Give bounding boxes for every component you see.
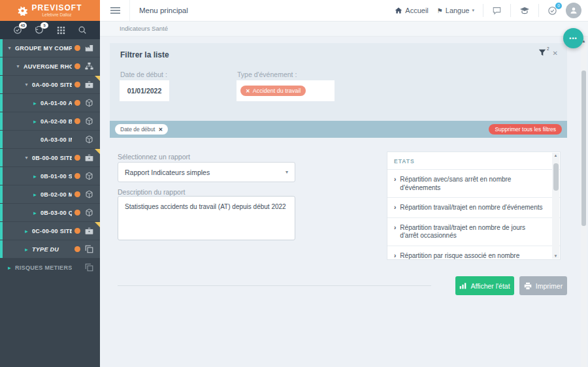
- scroll-up-icon[interactable]: ▲: [554, 153, 558, 158]
- logo: PREVISOFT Lefebvre Dalloz: [0, 0, 100, 21]
- tree-item-label: 0B-02-00 MA: [41, 191, 72, 198]
- main-content: Filtrer la liste 2 ✕ Date de début : Typ…: [100, 37, 588, 367]
- tree-item-label: 0B-01-00 SIT: [41, 173, 72, 180]
- scrollbar-thumb[interactable]: [581, 71, 586, 226]
- active-indicator: [0, 204, 3, 221]
- report-desc-textarea[interactable]: Statistiques accidents du travail (AT) d…: [118, 196, 295, 240]
- etat-item-label: Répartition par risque associé en nombre…: [400, 252, 543, 261]
- language-label: Langue: [446, 7, 470, 14]
- tree-item[interactable]: ▸ 0A-02-00 BU: [0, 112, 100, 131]
- hamburger-menu-icon[interactable]: [110, 7, 120, 14]
- close-icon[interactable]: ✕: [553, 50, 558, 57]
- tree-item-label: GROUPE MY COMPAI: [15, 45, 72, 52]
- history-badge: 5: [41, 22, 48, 29]
- tree-item[interactable]: ▾ GROUPE MY COMPAI: [0, 39, 100, 57]
- filter-chip[interactable]: Date de début ✕: [115, 124, 168, 135]
- filter-icon[interactable]: 2: [538, 49, 546, 57]
- tree-chevron-icon[interactable]: ▸: [31, 118, 39, 125]
- event-type-input[interactable]: ✕ Accident du travail: [237, 80, 335, 101]
- tree-chevron-icon[interactable]: ▾: [14, 63, 22, 69]
- tree-item[interactable]: ▸ 0A-01-00 ATI: [0, 94, 100, 112]
- chevron-right-icon: ›: [394, 252, 396, 261]
- history-icon[interactable]: 5: [35, 25, 44, 35]
- tree-chevron-icon[interactable]: ▾: [5, 45, 14, 51]
- etat-item[interactable]: › Répartition travail/trajet en nombre d…: [387, 198, 560, 218]
- tree-item[interactable]: ▸ TYPE DU: [0, 240, 100, 259]
- print-button[interactable]: Imprimer: [519, 276, 567, 295]
- more-icon: •••: [569, 35, 577, 42]
- active-indicator: [0, 185, 3, 203]
- tasks-check-icon[interactable]: 43: [13, 25, 22, 35]
- etat-item-label: Répartition travail/trajet en nombre de …: [400, 224, 543, 240]
- clear-all-filters-button[interactable]: Supprimer tous les filtres: [489, 124, 562, 135]
- tree-chevron-icon[interactable]: ▸: [22, 246, 31, 253]
- tree-item[interactable]: ▸ RISQUES METIERS TR: [0, 259, 100, 277]
- tree-item-label: 0B-03-00 QU: [41, 210, 72, 216]
- sidebar-iconbar: 43 5: [0, 21, 100, 39]
- etat-item[interactable]: › Répartition travail/trajet en nombre d…: [387, 218, 560, 246]
- user-avatar[interactable]: [566, 3, 581, 18]
- validations-icon[interactable]: 0: [547, 6, 557, 16]
- chevron-down-icon: ▾: [286, 169, 288, 175]
- tree-chevron-icon[interactable]: ▸: [31, 210, 39, 216]
- scrollbar-thumb[interactable]: [553, 163, 559, 191]
- status-dot: [74, 45, 80, 51]
- divider: [510, 4, 511, 17]
- active-indicator: [0, 39, 3, 57]
- report-select[interactable]: Rapport Indicateurs simples ▾: [118, 162, 295, 182]
- tree-chevron-icon[interactable]: ▸: [22, 228, 31, 234]
- tree-chevron-icon[interactable]: ▾: [22, 82, 31, 88]
- etat-item[interactable]: › Répartition avec/sans arrêt en nombre …: [387, 170, 560, 198]
- report-desc-value: Statistiques accidents du travail (AT) d…: [125, 203, 286, 210]
- tree-chevron-icon[interactable]: ▸: [5, 264, 14, 271]
- home-link[interactable]: Accueil: [395, 7, 428, 14]
- copy-icon: [85, 245, 94, 253]
- tree-chevron-icon[interactable]: ▸: [31, 100, 39, 106]
- start-date-input[interactable]: 01/01/2022: [120, 80, 169, 101]
- tree-item[interactable]: ▸ 0B-01-00 SIT: [0, 167, 100, 185]
- tree-chevron-icon[interactable]: ▾: [22, 155, 31, 161]
- more-actions-fab[interactable]: •••: [563, 28, 583, 48]
- report-desc-label: Description du rapport: [118, 188, 185, 196]
- tree-item-label: 0A-03-00 INF: [41, 136, 72, 143]
- tree-item[interactable]: ▾ 0B-00-00 SITE D: [0, 149, 100, 167]
- tree-chevron-icon[interactable]: ▸: [31, 173, 39, 180]
- active-indicator: [0, 222, 3, 240]
- etat-item[interactable]: › Répartition par risque associé en nomb…: [387, 246, 560, 261]
- top-header: Menu principal Accueil ⚑ Langue ▾ 0: [100, 0, 588, 22]
- chevron-down-icon: ▾: [472, 8, 474, 13]
- tree-item[interactable]: ▸ 0B-02-00 MA: [0, 185, 100, 204]
- training-icon[interactable]: [519, 7, 530, 15]
- printer-icon: [524, 282, 532, 290]
- active-indicator: [0, 112, 3, 130]
- breadcrumb: Indicateurs Santé: [120, 25, 168, 32]
- tree-item[interactable]: ▸ 0B-03-00 QU: [0, 204, 100, 222]
- event-tag[interactable]: ✕ Accident du travail: [240, 86, 306, 96]
- scroll-down-icon[interactable]: ▼: [554, 253, 558, 259]
- tree-chevron-icon[interactable]: ▸: [31, 191, 39, 198]
- filter-panel: Filtrer la liste 2 ✕ Date de début : Typ…: [110, 43, 567, 121]
- tree-item-label: 0C-00-00 SITE D: [32, 228, 72, 234]
- active-indicator: [0, 57, 3, 75]
- tree-item[interactable]: 0A-03-00 INF: [0, 131, 100, 149]
- apps-grid-icon[interactable]: [57, 26, 65, 35]
- page-scrollbar[interactable]: ▲: [581, 37, 587, 367]
- tree-item[interactable]: ▾ 0A-00-00 SITE D: [0, 76, 100, 94]
- tree-item-label: 0A-00-00 SITE D: [32, 82, 72, 88]
- show-report-button[interactable]: Afficher l'état: [455, 276, 514, 295]
- status-dot: [74, 246, 80, 252]
- status-dot: [74, 228, 80, 234]
- remove-chip-icon[interactable]: ✕: [158, 127, 163, 133]
- cube-icon: [85, 135, 94, 144]
- language-selector[interactable]: ⚑ Langue ▾: [437, 7, 474, 14]
- remove-tag-icon[interactable]: ✕: [246, 88, 250, 94]
- start-date-value: 01/01/2022: [127, 87, 162, 95]
- briefcase-icon: [85, 153, 94, 162]
- tree-item[interactable]: ▾ AUVERGNE RHON: [0, 57, 100, 76]
- tree-item[interactable]: ▸ 0C-00-00 SITE D: [0, 222, 100, 240]
- industry-icon: [85, 44, 94, 52]
- messages-icon[interactable]: [492, 6, 502, 15]
- cube-icon: [85, 172, 94, 180]
- etats-scrollbar[interactable]: ▲ ▼: [552, 153, 559, 259]
- search-icon[interactable]: [78, 25, 87, 35]
